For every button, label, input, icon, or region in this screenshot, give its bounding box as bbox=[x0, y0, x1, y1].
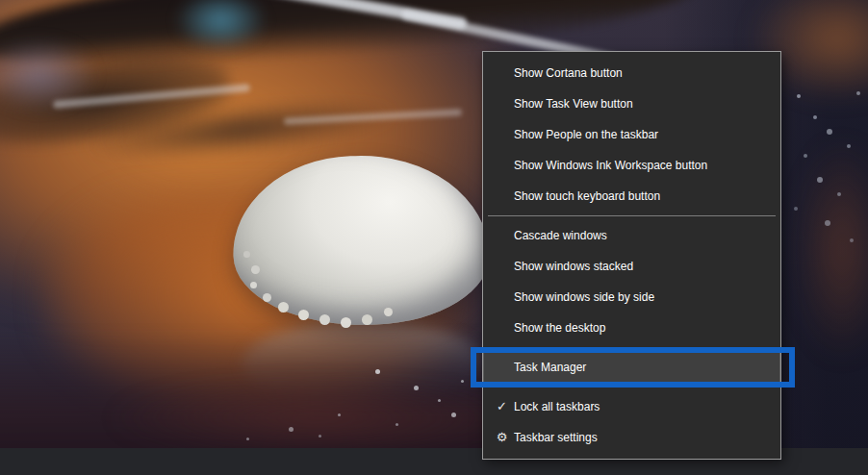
menu-item-show-task-view-button[interactable]: Show Task View button bbox=[483, 88, 780, 119]
wallpaper-salt-mound bbox=[230, 151, 492, 329]
menu-item-taskbar-settings[interactable]: ⚙ Taskbar settings bbox=[483, 422, 780, 453]
menu-item-label: Show People on the taskbar bbox=[514, 128, 658, 141]
menu-item-label: Show Cortana button bbox=[514, 66, 623, 80]
wallpaper-orange-tint-right bbox=[799, 144, 868, 356]
wallpaper-white-pebbles bbox=[375, 369, 380, 374]
check-icon: ✓ bbox=[493, 391, 511, 422]
menu-item-label: Show windows side by side bbox=[514, 290, 654, 304]
menu-item-show-windows-side-by-side[interactable]: Show windows side by side bbox=[483, 282, 780, 312]
wallpaper-foam-streak bbox=[215, 0, 468, 30]
menu-separator bbox=[488, 387, 776, 388]
wallpaper-ice-specks bbox=[797, 94, 801, 98]
menu-item-cascade-windows[interactable]: Cascade windows bbox=[483, 220, 780, 251]
menu-item-show-windows-ink-workspace-button[interactable]: Show Windows Ink Workspace button bbox=[483, 150, 780, 181]
menu-item-label: Show touch keyboard button bbox=[514, 189, 660, 203]
screen: Show Cortana button Show Task View butto… bbox=[0, 0, 868, 475]
gear-icon: ⚙ bbox=[493, 422, 511, 453]
wallpaper-mound-pebbles bbox=[250, 282, 257, 288]
menu-item-label: Lock all taskbars bbox=[514, 400, 600, 413]
menu-separator bbox=[488, 215, 776, 216]
menu-item-label: Task Manager bbox=[514, 361, 586, 374]
wallpaper-foam-streak bbox=[53, 84, 250, 109]
menu-item-show-the-desktop[interactable]: Show the desktop bbox=[483, 312, 780, 343]
wallpaper-mound-reflection bbox=[243, 321, 485, 406]
menu-item-label: Show windows stacked bbox=[514, 260, 633, 273]
taskbar-context-menu: Show Cortana button Show Task View butto… bbox=[482, 51, 781, 460]
wallpaper-dark-ridge bbox=[85, 91, 396, 167]
menu-separator bbox=[488, 347, 776, 348]
menu-item-lock-all-taskbars[interactable]: ✓ Lock all taskbars bbox=[483, 391, 780, 422]
wallpaper-purple-ice-patch bbox=[0, 38, 96, 111]
menu-item-show-touch-keyboard-button[interactable]: Show touch keyboard button bbox=[483, 181, 780, 212]
menu-item-show-cortana-button[interactable]: Show Cortana button bbox=[483, 58, 780, 88]
menu-item-label: Cascade windows bbox=[514, 229, 607, 242]
menu-item-label: Show Task View button bbox=[514, 97, 633, 111]
menu-item-label: Show the desktop bbox=[514, 321, 605, 335]
wallpaper-foam-streak bbox=[284, 109, 462, 125]
wallpaper-dark-ridge bbox=[0, 45, 235, 157]
menu-item-task-manager[interactable]: Task Manager bbox=[483, 352, 780, 383]
wallpaper-orange-glow bbox=[0, 10, 520, 317]
wallpaper-orange-glow-lower bbox=[38, 192, 481, 423]
menu-item-label: Show Windows Ink Workspace button bbox=[514, 159, 707, 172]
wallpaper-cyan-ice-patch bbox=[175, 0, 267, 50]
menu-item-show-people-on-taskbar[interactable]: Show People on the taskbar bbox=[483, 119, 780, 150]
menu-item-label: Taskbar settings bbox=[514, 431, 598, 444]
menu-item-show-windows-stacked[interactable]: Show windows stacked bbox=[483, 251, 780, 282]
wallpaper-bottom-red-tint bbox=[115, 380, 520, 457]
wallpaper-orange-glow bbox=[0, 0, 279, 58]
